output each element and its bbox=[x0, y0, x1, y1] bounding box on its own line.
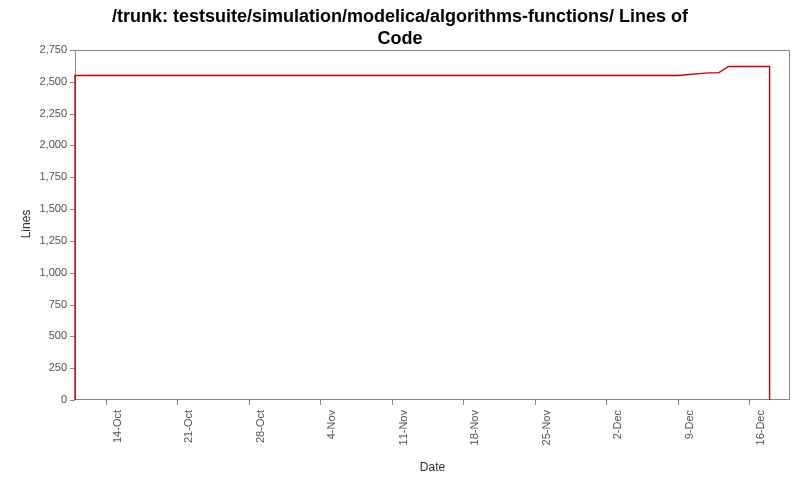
series-line bbox=[75, 67, 770, 401]
chart-line-layer bbox=[0, 0, 800, 500]
